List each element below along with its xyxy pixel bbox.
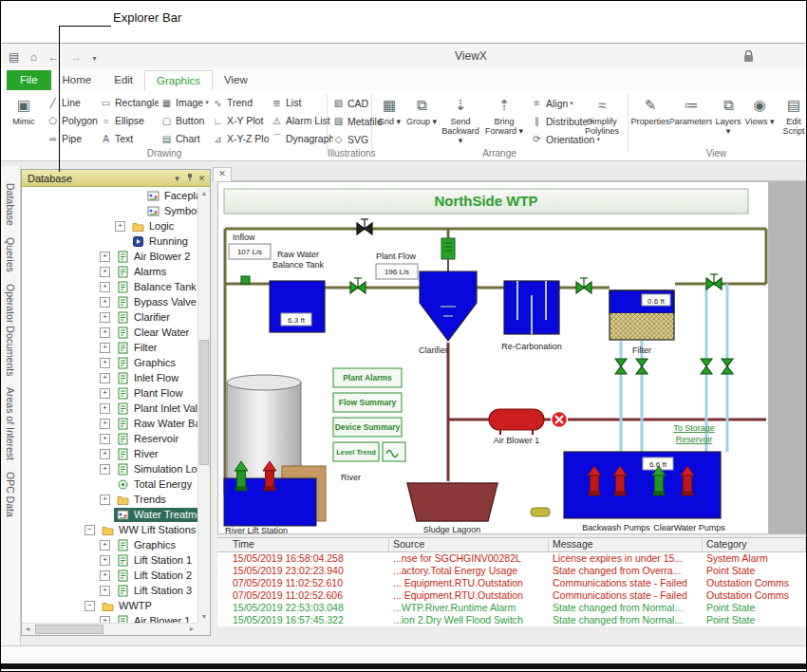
backwash-tank[interactable]: 6.6 ft bbox=[564, 452, 721, 518]
tree-item-running[interactable]: +Running bbox=[22, 233, 197, 249]
ribbon-item-parameters[interactable]: ≔Parameters bbox=[670, 93, 712, 148]
scrollbar-thumb[interactable] bbox=[199, 340, 209, 465]
expand-icon[interactable]: + bbox=[100, 252, 110, 262]
scrollbar-thumb[interactable] bbox=[35, 625, 103, 634]
alarm-row[interactable]: 15/05/2019 16:58:04.258...nse for SGCHGI… bbox=[217, 552, 806, 565]
ribbon-item-properties[interactable]: ✎Properties bbox=[630, 93, 670, 148]
tree-item-total-energy[interactable]: +Total Energy bbox=[22, 476, 197, 492]
ribbon-tab-view[interactable]: View bbox=[213, 70, 259, 90]
alarm-row[interactable]: 15/05/2019 16:57:45.322...ion 2.Dry Well… bbox=[217, 614, 806, 626]
tree-item-lift-station-2[interactable]: +Lift Station 2 bbox=[22, 568, 197, 583]
quick-access-dropdown-icon[interactable]: ▾ bbox=[92, 54, 96, 63]
tree-item-graphics[interactable]: +Graphics bbox=[22, 537, 197, 552]
ribbon-tab-file[interactable]: File bbox=[7, 70, 51, 90]
tree-item-bypass-valve[interactable]: +Bypass Valve bbox=[22, 294, 197, 309]
close-icon[interactable]: ✕ bbox=[196, 170, 208, 187]
tree-item-graphics[interactable]: +Graphics bbox=[22, 355, 197, 370]
home-icon[interactable]: ⌂ bbox=[30, 50, 37, 64]
ribbon-item-simplify-polylines[interactable]: ≈Simplify Polylines bbox=[580, 93, 624, 148]
scroll-right-icon[interactable]: ► bbox=[186, 624, 197, 635]
app-icon[interactable]: ▤ bbox=[9, 50, 19, 64]
ribbon-item-x-y-z-plot[interactable]: ⊿X-Y-Z Plot bbox=[210, 130, 269, 147]
expand-icon[interactable]: + bbox=[100, 555, 110, 566]
expand-icon[interactable]: + bbox=[100, 327, 110, 338]
to-storage-link2[interactable]: Reservoir bbox=[676, 435, 713, 444]
river-lift-station[interactable] bbox=[224, 461, 326, 526]
scroll-down-icon[interactable]: ▼ bbox=[198, 611, 210, 623]
alarm-column-message[interactable]: Message bbox=[549, 538, 703, 551]
expand-icon[interactable]: + bbox=[100, 570, 110, 581]
filter-vessel[interactable]: 0.6 ft bbox=[610, 290, 674, 340]
side-tab-queries[interactable]: Queries bbox=[5, 237, 16, 272]
tree-item-wwtp[interactable]: −WWTP bbox=[22, 598, 197, 613]
ribbon-item-send-backward[interactable]: ⇣Send Backward ▾ bbox=[439, 93, 482, 148]
forward-icon[interactable]: → bbox=[70, 50, 82, 64]
ribbon-item-bring-forward[interactable]: ⇡Bring Forward ▾ bbox=[482, 93, 526, 148]
tree-item-faceplate[interactable]: +Faceplate bbox=[22, 188, 197, 203]
expand-icon[interactable]: + bbox=[100, 419, 110, 429]
plant-alarms-button[interactable]: Plant Alarms bbox=[333, 368, 402, 387]
tree-item-clear-water[interactable]: +Clear Water bbox=[22, 325, 197, 340]
tree-item-air-blower-2[interactable]: +Air Blower 2 bbox=[22, 249, 197, 264]
alarm-column-category[interactable]: Category bbox=[703, 538, 806, 551]
tree-item-plant-inlet-valve[interactable]: +Plant Inlet Valve bbox=[22, 401, 197, 416]
tree-item-water-treatment[interactable]: +Water Treatment bbox=[22, 507, 197, 522]
tree-item-air-blower-1[interactable]: +Air Blower 1 bbox=[22, 613, 197, 623]
expand-icon[interactable]: + bbox=[100, 358, 110, 368]
side-tab-database[interactable]: Database bbox=[5, 183, 16, 226]
tree-item-plant-flow[interactable]: +Plant Flow bbox=[22, 385, 197, 401]
collapse-icon[interactable]: − bbox=[84, 525, 95, 535]
ribbon-tab-edit[interactable]: Edit bbox=[103, 70, 144, 90]
tree-item-filter[interactable]: +Filter bbox=[22, 340, 197, 355]
ribbon-item-text[interactable]: AText bbox=[98, 130, 159, 147]
expand-icon[interactable]: + bbox=[100, 586, 110, 596]
back-icon[interactable]: ← bbox=[48, 50, 60, 64]
tree-item-lift-station-3[interactable]: +Lift Station 3 bbox=[22, 583, 197, 598]
ribbon-item-ellipse[interactable]: ○Ellipse bbox=[98, 112, 159, 129]
expand-icon[interactable]: + bbox=[100, 297, 110, 308]
ribbon-item-mimic[interactable]: ▣Mimic bbox=[5, 93, 43, 148]
tree-item-balance-tank-inl[interactable]: +Balance Tank Inl bbox=[22, 279, 197, 294]
alarm-row[interactable]: 07/05/2019 11:02:52.610... Equipment.RTU… bbox=[217, 577, 806, 589]
document-tab-close-icon[interactable]: ✕ bbox=[213, 167, 232, 182]
ribbon-item-alarm-list[interactable]: ⚠Alarm List bbox=[269, 112, 333, 129]
tree-item-reservoir[interactable]: +Reservoir bbox=[22, 431, 197, 446]
tree-vertical-scrollbar[interactable]: ▲ ▼ bbox=[197, 188, 210, 623]
ribbon-item-list[interactable]: ≣List bbox=[269, 94, 333, 111]
raw-water-balance-tank[interactable]: 6.3 ft bbox=[270, 281, 325, 332]
alarm-row[interactable]: 15/05/2019 22:53:03.048...WTP.River.Runt… bbox=[217, 602, 806, 614]
explorer-panel-header[interactable]: Database ▾ ✕ bbox=[22, 170, 210, 187]
tree-item-river[interactable]: +River bbox=[22, 446, 197, 461]
expand-icon[interactable]: + bbox=[100, 388, 110, 399]
side-tab-opc-data[interactable]: OPC Data bbox=[5, 472, 16, 517]
to-storage-link[interactable]: To Storage bbox=[673, 423, 715, 433]
ribbon-item-x-y-plot[interactable]: ∟X-Y Plot bbox=[210, 112, 269, 129]
flow-summary-button[interactable]: Flow Summary bbox=[333, 393, 402, 412]
tree-item-lift-station-1[interactable]: +Lift Station 1 bbox=[22, 552, 197, 568]
alarm-row[interactable]: 15/05/2019 23:02:23.940...actory.Total E… bbox=[217, 565, 806, 577]
expand-icon[interactable]: + bbox=[100, 464, 110, 475]
tree-item-simulation-logic[interactable]: +Simulation Logic bbox=[22, 461, 197, 476]
ribbon-tab-graphics[interactable]: Graphics bbox=[144, 70, 213, 92]
expand-icon[interactable]: + bbox=[100, 282, 110, 292]
ribbon-item-rectangle[interactable]: ▭Rectangle bbox=[98, 94, 159, 111]
ribbon-item-views[interactable]: ◉Views ▾ bbox=[744, 93, 775, 148]
side-tab-operator-documents[interactable]: Operator Documents bbox=[5, 284, 16, 376]
ribbon-item-image[interactable]: ▦Image▾ bbox=[159, 94, 210, 111]
device-summary-button[interactable]: Device Summary bbox=[333, 418, 402, 437]
alarm-column-source[interactable]: Source bbox=[389, 538, 549, 551]
alarm-row[interactable]: 07/05/2019 11:02:52.606... Equipment.RTU… bbox=[217, 589, 806, 602]
tree-item-logic[interactable]: +Logic bbox=[22, 218, 197, 233]
panel-menu-icon[interactable]: ▾ bbox=[171, 170, 183, 187]
expand-icon[interactable]: + bbox=[100, 267, 110, 277]
side-tab-areas-of-interest[interactable]: Areas of Interest bbox=[5, 387, 16, 460]
ribbon-item-line[interactable]: ╱Line bbox=[45, 94, 98, 111]
expand-icon[interactable]: + bbox=[100, 312, 110, 323]
ribbon-item-layers[interactable]: ⧉Layers ▾ bbox=[712, 93, 744, 148]
ribbon-item-pipe[interactable]: ═Pipe bbox=[45, 130, 98, 147]
scroll-up-icon[interactable]: ▲ bbox=[198, 188, 210, 199]
expand-icon[interactable]: + bbox=[100, 449, 110, 459]
expand-icon[interactable]: + bbox=[100, 540, 110, 551]
trend-thumbnail-button[interactable] bbox=[383, 442, 405, 461]
expand-icon[interactable]: + bbox=[115, 221, 125, 232]
